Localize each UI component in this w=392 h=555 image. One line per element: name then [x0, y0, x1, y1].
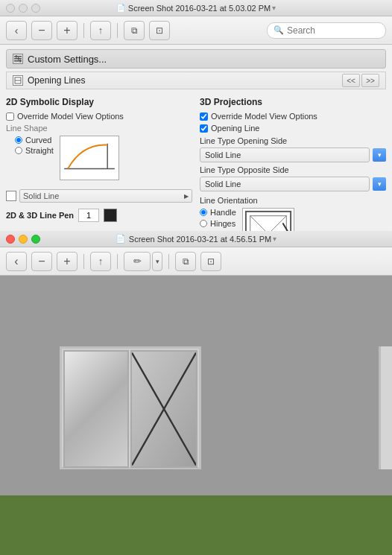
line-type-opening-label: Line Type Opening Side [200, 136, 287, 145]
minimize-button-bottom[interactable] [19, 235, 28, 244]
partial-window-right [379, 346, 392, 469]
svg-rect-0 [14, 56, 22, 57]
back-button[interactable]: ‹ [6, 21, 27, 40]
nav-prev-button[interactable]: << [342, 74, 360, 87]
zoom-in-button[interactable]: + [57, 21, 78, 40]
bottom-title-bar: 📄 Screen Shot 2016-03-21 at 4.56.51 PM ▾ [0, 231, 392, 247]
viewport-floor [0, 495, 392, 555]
bt-back-button[interactable]: ‹ [6, 252, 27, 271]
pen-label: 2D & 3D Line Pen [6, 211, 74, 220]
opening-line-checkbox[interactable] [200, 124, 208, 133]
svg-rect-3 [16, 55, 17, 58]
line-type-opening-container: Line Type Opening Side Solid Line ▾ [200, 136, 386, 162]
bt-zoom-in-button[interactable]: + [57, 252, 78, 271]
2d-section-title: 2D Symbolic Display [6, 97, 192, 107]
3d-section-title: 3D Projections [200, 97, 386, 107]
save-button[interactable]: ⊡ [149, 21, 170, 40]
close-button-bottom[interactable] [6, 235, 15, 244]
settings-icon [13, 54, 23, 64]
line-type-opposite-value: Solid Line [205, 180, 364, 188]
line-type-opening-dropdown[interactable]: ▾ [373, 148, 386, 162]
handle-radio[interactable] [200, 209, 207, 216]
top-window: 📄 Screen Shot 2016-03-21 at 5.03.02 PM ▾… [0, 0, 392, 267]
bt-toolbar-sep [83, 254, 84, 269]
bt-save-button[interactable]: ⊡ [200, 252, 221, 271]
opening-line-label: Opening Line [211, 124, 259, 133]
bt-pen-button[interactable]: ✏ [124, 252, 151, 271]
line-style-dropdown-arrow[interactable]: ▶ [184, 193, 189, 200]
toolbar-sep-1 [83, 23, 84, 38]
pen-row: 2D & 3D Line Pen 1 [6, 209, 192, 222]
maximize-button-bottom[interactable] [31, 235, 40, 244]
bt-share-button[interactable]: ↑ [90, 252, 111, 271]
curved-radio[interactable] [15, 136, 22, 144]
top-traffic-lights [6, 4, 40, 13]
custom-settings-title: Custom Settings... [28, 54, 107, 65]
zoom-out-button[interactable]: − [31, 21, 52, 40]
radio-group-line-shape: Curved Straight [15, 136, 54, 155]
orientation-label: Line Orientation [200, 196, 386, 205]
copy-button[interactable]: ⧉ [124, 21, 145, 40]
window-model [60, 346, 201, 469]
bottom-window-title: Screen Shot 2016-03-21 at 4.56.51 PM [129, 235, 271, 244]
orientation-radios: Handle Hinges [200, 208, 236, 228]
bottom-window: 📄 Screen Shot 2016-03-21 at 4.56.51 PM ▾… [0, 231, 392, 555]
minimize-button[interactable] [19, 4, 28, 13]
line-type-opposite-container: Line Type Opposite Side Solid Line ▾ [200, 165, 386, 191]
svg-rect-5 [20, 60, 22, 63]
override-checkbox-left[interactable] [6, 112, 14, 121]
handle-radio-row: Handle [200, 208, 236, 217]
maximize-button[interactable] [31, 4, 40, 13]
bottom-toolbar: ‹ − + ↑ ✏ ▾ ⧉ ⊡ [0, 247, 392, 276]
line-style-value: Solid Line [23, 191, 184, 200]
hinges-radio[interactable] [200, 220, 207, 227]
opening-lines-nav: << >> [342, 74, 379, 87]
bt-toolbar-sep-2 [117, 254, 118, 269]
bt-zoom-out-button[interactable]: − [31, 252, 52, 271]
top-window-doc-icon: 📄 [116, 4, 125, 12]
override-checkbox-right[interactable] [200, 112, 208, 121]
override-label-left: Override Model View Options [17, 112, 124, 121]
bt-copy-button[interactable]: ⧉ [175, 252, 196, 271]
nav-next-button[interactable]: >> [361, 74, 379, 87]
opening-line-checkbox-row: Opening Line [200, 124, 386, 133]
toolbar-sep-2 [117, 23, 118, 38]
svg-rect-4 [18, 57, 19, 60]
3d-viewport [0, 276, 392, 555]
top-window-title-arrow: ▾ [272, 4, 276, 12]
window-right-pane [130, 350, 197, 468]
line-type-opposite-label: Line Type Opposite Side [200, 165, 289, 174]
traffic-lights [6, 235, 40, 244]
override-checkbox-row-left: Override Model View Options [6, 112, 192, 121]
line-type-opposite-dropdown[interactable]: ▾ [373, 177, 386, 191]
search-box[interactable]: 🔍 [267, 22, 386, 39]
curved-radio-row: Curved [15, 136, 54, 145]
close-button[interactable] [6, 4, 15, 13]
straight-label: Straight [25, 146, 54, 155]
handle-label: Handle [210, 208, 236, 217]
straight-radio[interactable] [15, 147, 22, 154]
pen-color[interactable] [104, 209, 117, 222]
bottom-title-arrow: ▾ [273, 235, 276, 243]
top-toolbar: ‹ − + ↑ ⧉ ⊡ 🔍 [0, 16, 392, 45]
curved-label: Curved [25, 136, 51, 145]
2d-preview [60, 136, 119, 180]
window-left-pane [63, 350, 129, 468]
pen-number[interactable]: 1 [78, 209, 99, 222]
share-button[interactable]: ↑ [90, 21, 111, 40]
line-shape-label: Line Shape [6, 124, 192, 133]
top-title-bar: 📄 Screen Shot 2016-03-21 at 5.03.02 PM ▾ [0, 0, 392, 16]
line-type-opening-value: Solid Line [205, 150, 364, 159]
search-icon: 🔍 [274, 25, 284, 35]
opening-lines-icon [13, 75, 23, 86]
hinges-radio-row: Hinges [200, 219, 236, 228]
opening-lines-label: Opening Lines [28, 75, 85, 86]
hinges-label: Hinges [210, 219, 235, 228]
straight-radio-row: Straight [15, 146, 54, 155]
line-style-box [6, 191, 16, 201]
search-input[interactable] [287, 25, 379, 36]
bt-pen-dropdown[interactable]: ▾ [152, 252, 162, 271]
custom-settings-banner[interactable]: Custom Settings... [6, 49, 386, 69]
override-checkbox-row-right: Override Model View Options [200, 112, 386, 121]
line-style-row: Solid Line ▶ [6, 189, 192, 203]
